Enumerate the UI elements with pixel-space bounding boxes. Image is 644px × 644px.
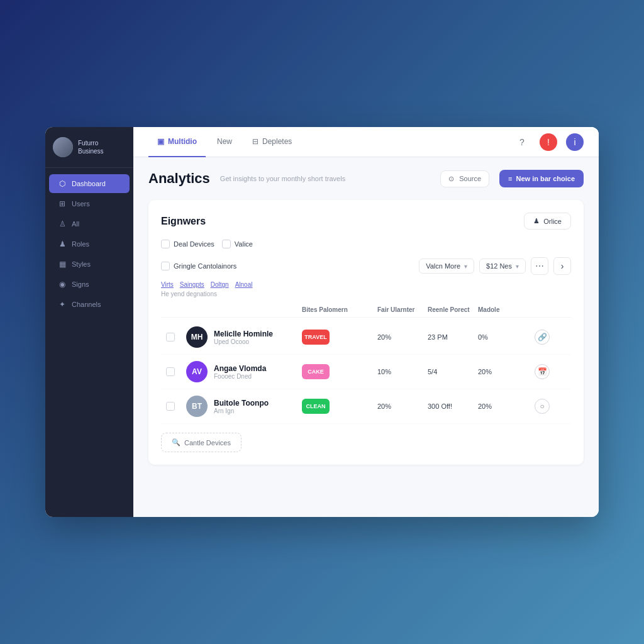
row2-user-cell: AV Angae Vlomda Foooec Dned: [186, 361, 302, 382]
select-valcn-more[interactable]: Valcn More ▾: [419, 258, 474, 274]
row2-name: Angae Vlomda: [214, 364, 266, 373]
row1-user-cell: MH Meliclle Hominle Uped Ocooo: [186, 326, 302, 348]
breadcrumb-virts[interactable]: Virts: [161, 281, 174, 288]
row3-col1: 20%: [377, 402, 428, 410]
sidebar-item-styles[interactable]: ▦ Styles: [49, 255, 130, 274]
users-icon: ⊞: [58, 199, 67, 208]
table-row: BT Buitole Toonpo Arn Ign CLEAN 20% 300 …: [161, 389, 571, 424]
breadcrumb-saingpts[interactable]: Saingpts: [180, 281, 204, 288]
row1-role: Uped Ocooo: [214, 338, 273, 345]
gringle-checkbox[interactable]: [161, 262, 170, 270]
row2-brand-badge: CAKE: [302, 364, 330, 379]
main-card: Eignwers ♟ Orlice Deal Devices Valice: [148, 200, 584, 465]
search-box[interactable]: ⊙ Source: [440, 170, 489, 187]
row2-brand: CAKE: [302, 364, 377, 379]
tab-multidio[interactable]: ▣ Multidio: [148, 127, 206, 157]
search-small-icon: 🔍: [172, 438, 180, 447]
table-row: AV Angae Vlomda Foooec Dned CAKE 10% 5/4…: [161, 355, 571, 389]
checkbox-valice[interactable]: [222, 240, 231, 248]
sidebar: Futurro Business ⬡ Dashboard ⊞ Users ♙ A…: [45, 127, 133, 517]
row2-action[interactable]: 📅: [535, 364, 550, 379]
row1-action[interactable]: 🔗: [535, 330, 550, 345]
page-header: Analytics Get insights to your monthly s…: [148, 170, 584, 187]
main-content: ▣ Multidio New ⊟ Depletes ? ! i Analytic…: [133, 127, 599, 517]
filter-deal-devices[interactable]: Deal Devices: [161, 240, 214, 248]
row3-brand: CLEAN: [302, 399, 377, 414]
filter-valice[interactable]: Valice: [222, 240, 253, 248]
gringle-checkbox-row: Gringle Cantolainors: [161, 262, 236, 270]
all-icon: ♙: [58, 219, 67, 228]
next-arrow-button[interactable]: ›: [553, 257, 571, 275]
col-reenle: Reenle Porect: [428, 306, 478, 313]
breadcrumb-links: Virts Saingpts Doltgn Alnoal: [161, 281, 571, 288]
sidebar-logo: Futurro Business: [45, 127, 133, 168]
sidebar-item-all[interactable]: ♙ All: [49, 214, 130, 233]
sidebar-item-users[interactable]: ⊞ Users: [49, 194, 130, 213]
col-bites: Bites Palomern: [302, 306, 377, 313]
table-header-row: Bites Palomern Fair Ularnter Reenle Pore…: [161, 303, 571, 318]
search-icon: ⊙: [448, 175, 454, 183]
card-header: Eignwers ♟ Orlice: [161, 213, 571, 230]
notification-icon-btn[interactable]: !: [540, 133, 557, 151]
sidebar-item-dashboard[interactable]: ⬡ Dashboard: [49, 174, 130, 193]
chevron-down-icon: ▾: [464, 263, 467, 270]
row3-user-info: Buitole Toonpo Arn Ign: [214, 399, 269, 414]
row1-col3: 0%: [478, 333, 535, 341]
row1-brand: TRAVEL: [302, 330, 377, 345]
help-icon-btn[interactable]: ?: [513, 133, 531, 151]
breadcrumb-doltgn[interactable]: Doltgn: [211, 281, 229, 288]
table-hint: He yend degnations: [161, 291, 571, 297]
outline-button[interactable]: ♟ Orlice: [524, 213, 571, 230]
col-check: [166, 306, 186, 313]
row2-col1: 10%: [377, 368, 428, 375]
checkbox-deal[interactable]: [161, 240, 170, 248]
row3-name: Buitole Toonpo: [214, 399, 269, 408]
row3-avatar: BT: [186, 396, 208, 417]
logo-text: Futurro Business: [78, 139, 104, 155]
topnav-icons: ? ! i: [513, 133, 584, 151]
row1-name: Meliclle Hominle: [214, 330, 273, 338]
styles-icon: ▦: [58, 260, 67, 269]
gringle-label: Gringle Cantolainors: [174, 262, 236, 270]
top-nav: ▣ Multidio New ⊟ Depletes ? ! i: [133, 127, 599, 157]
tab-new[interactable]: New: [208, 127, 241, 157]
more-options-button[interactable]: ⋯: [531, 257, 548, 275]
sidebar-item-channels[interactable]: ✦ Channels: [49, 295, 130, 314]
col-fair: Fair Ularnter: [377, 306, 428, 313]
primary-button[interactable]: ≡ New in bar choice: [499, 170, 584, 187]
tab-depletes[interactable]: ⊟ Depletes: [243, 127, 301, 157]
depletes-icon: ⊟: [252, 137, 258, 146]
roles-icon: ♟: [58, 240, 67, 248]
table-row: MH Meliclle Hominle Uped Ocooo TRAVEL 20…: [161, 320, 571, 355]
col-user: [186, 306, 302, 313]
row3-brand-badge: CLEAN: [302, 399, 330, 414]
row3-checkbox[interactable]: [166, 402, 186, 411]
row2-col3: 20%: [478, 368, 535, 375]
breadcrumb-alnoal[interactable]: Alnoal: [235, 281, 253, 288]
content-area: Analytics Get insights to your monthly s…: [133, 157, 599, 517]
row1-col2: 23 PM: [428, 333, 478, 341]
col-madole: Madole: [478, 306, 535, 313]
sidebar-item-signs[interactable]: ◉ Signs: [49, 275, 130, 294]
row1-col1: 20%: [377, 333, 428, 341]
row2-user-info: Angae Vlomda Foooec Dned: [214, 364, 266, 380]
row1-brand-badge: TRAVEL: [302, 330, 330, 345]
signs-icon: ◉: [58, 280, 67, 289]
select-price[interactable]: $12 Nes ▾: [479, 258, 526, 274]
row3-col3: 20%: [478, 402, 535, 410]
row2-avatar: AV: [186, 361, 208, 382]
add-device-button[interactable]: 🔍 Cantle Devices: [161, 433, 242, 452]
channels-icon: ✦: [58, 300, 67, 309]
row1-checkbox[interactable]: [166, 333, 186, 341]
row3-action[interactable]: ○: [535, 399, 550, 414]
sidebar-nav: ⬡ Dashboard ⊞ Users ♙ All ♟ Roles ▦ Styl…: [45, 168, 133, 320]
row3-user-cell: BT Buitole Toonpo Arn Ign: [186, 396, 302, 417]
sidebar-item-roles[interactable]: ♟ Roles: [49, 235, 130, 253]
page-title: Analytics: [148, 170, 210, 187]
dashboard-icon: ⬡: [58, 179, 67, 188]
info-icon-btn[interactable]: i: [566, 133, 584, 151]
card-title: Eignwers: [161, 216, 524, 227]
plus-icon: ≡: [508, 175, 512, 182]
app-window: Futurro Business ⬡ Dashboard ⊞ Users ♙ A…: [45, 127, 599, 517]
row2-checkbox[interactable]: [166, 367, 186, 376]
